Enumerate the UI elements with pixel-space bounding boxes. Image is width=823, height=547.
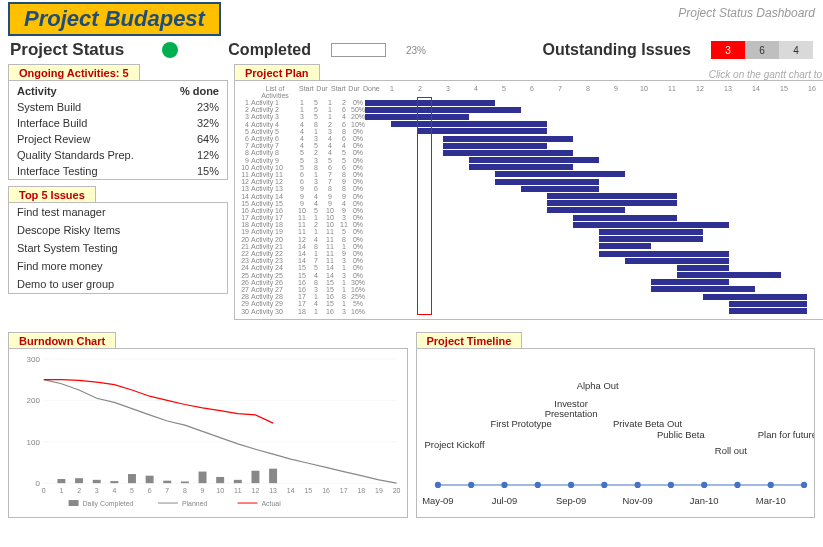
page-subtitle: Project Status Dashboard xyxy=(678,2,815,20)
gantt-row: 19Activity 19 111 115 0% xyxy=(239,228,823,235)
svg-text:300: 300 xyxy=(27,355,41,364)
svg-text:2: 2 xyxy=(77,487,81,494)
svg-point-59 xyxy=(767,482,773,488)
svg-text:Planned: Planned xyxy=(182,500,208,507)
gantt-row: 26Activity 26 168 151 30% xyxy=(239,279,823,286)
gantt-row: 29Activity 29 174 151 5% xyxy=(239,300,823,307)
svg-text:Roll out: Roll out xyxy=(714,445,746,456)
svg-text:0: 0 xyxy=(35,479,40,488)
gantt-row: 6Activity 6 43 46 0% xyxy=(239,135,823,142)
activity-row: Project Review64% xyxy=(9,131,227,147)
activity-row: Interface Testing15% xyxy=(9,163,227,179)
status-dot-icon xyxy=(162,42,178,58)
svg-point-50 xyxy=(468,482,474,488)
gantt-row: 14Activity 14 94 99 0% xyxy=(239,192,823,199)
gantt-hint: Click on the gantt chart to see it in de… xyxy=(709,69,823,80)
burndown-chart[interactable]: 0100200300012345678910111213141516171819… xyxy=(8,348,408,518)
svg-text:12: 12 xyxy=(252,487,260,494)
svg-text:11: 11 xyxy=(234,487,242,494)
completed-progressbar xyxy=(331,43,386,57)
completed-pct: 23% xyxy=(406,45,426,56)
svg-rect-34 xyxy=(146,476,154,483)
gantt-row: 18Activity 18 112 1011 0% xyxy=(239,221,823,228)
svg-point-53 xyxy=(567,482,573,488)
timeline-chart[interactable]: May-09Jul-09Sep-09Nov-09Jan-10Mar-10Proj… xyxy=(416,348,816,518)
gantt-row: 9Activity 9 53 55 0% xyxy=(239,157,823,164)
svg-text:4: 4 xyxy=(112,487,116,494)
gantt-row: 5Activity 5 41 38 0% xyxy=(239,128,823,135)
svg-text:Mar-10: Mar-10 xyxy=(755,495,785,506)
gantt-row: 27Activity 27 163 151 16% xyxy=(239,286,823,293)
svg-point-52 xyxy=(534,482,540,488)
gantt-row: 25Activity 25 154 143 0% xyxy=(239,272,823,279)
svg-rect-37 xyxy=(199,472,207,484)
gantt-row: 20Activity 20 124 118 0% xyxy=(239,236,823,243)
issue-chip[interactable]: 3 xyxy=(711,41,745,59)
ongoing-activities-panel: Activity % done System Build23%Interface… xyxy=(8,80,228,180)
outstanding-issues-label: Outstanding Issues xyxy=(543,41,691,59)
svg-text:Project Kickoff: Project Kickoff xyxy=(424,439,484,450)
gantt-row: 3Activity 3 35 14 20% xyxy=(239,113,823,120)
completed-label: Completed xyxy=(228,41,311,59)
top-issues-tab[interactable]: Top 5 Issues xyxy=(8,186,96,203)
project-plan-tab[interactable]: Project Plan xyxy=(234,64,320,81)
svg-text:Private Beta Out: Private Beta Out xyxy=(613,418,682,429)
issue-row: Find more money xyxy=(9,257,227,275)
col-pct: % done xyxy=(180,85,219,97)
col-activity: Activity xyxy=(17,85,57,97)
top-issues-panel: Find test managerDescope Risky ItemsStar… xyxy=(8,202,228,294)
gantt-row: 7Activity 7 45 44 0% xyxy=(239,142,823,149)
svg-text:0: 0 xyxy=(42,487,46,494)
svg-text:Nov-09: Nov-09 xyxy=(622,495,652,506)
issue-chip[interactable]: 4 xyxy=(779,41,813,59)
gantt-row: 16Activity 16 105 109 0% xyxy=(239,207,823,214)
gantt-row: 24Activity 24 155 141 0% xyxy=(239,264,823,271)
gantt-row: 2Activity 2 15 16 50% xyxy=(239,106,823,113)
svg-rect-33 xyxy=(128,474,136,483)
timeline-tab[interactable]: Project Timeline xyxy=(416,332,523,349)
svg-rect-35 xyxy=(163,481,171,483)
issue-row: Demo to user group xyxy=(9,275,227,293)
svg-text:18: 18 xyxy=(357,487,365,494)
svg-rect-41 xyxy=(269,469,277,483)
svg-text:10: 10 xyxy=(216,487,224,494)
gantt-row: 12Activity 12 63 79 0% xyxy=(239,178,823,185)
burndown-tab[interactable]: Burndown Chart xyxy=(8,332,116,349)
issue-row: Find test manager xyxy=(9,203,227,221)
activity-row: System Build23% xyxy=(9,99,227,115)
issue-row: Descope Risky Items xyxy=(9,221,227,239)
project-title: Project Budapest xyxy=(8,2,221,36)
svg-text:9: 9 xyxy=(201,487,205,494)
svg-text:5: 5 xyxy=(130,487,134,494)
gantt-row: 4Activity 4 48 26 10% xyxy=(239,121,823,128)
gantt-row: 22Activity 22 141 119 0% xyxy=(239,250,823,257)
svg-rect-40 xyxy=(251,471,259,483)
svg-text:Jan-10: Jan-10 xyxy=(689,495,718,506)
svg-rect-30 xyxy=(75,478,83,483)
gantt-row: 10Activity 10 58 66 0% xyxy=(239,164,823,171)
svg-text:Actual: Actual xyxy=(261,500,281,507)
svg-text:Plan for future: Plan for future xyxy=(757,429,814,440)
svg-text:8: 8 xyxy=(183,487,187,494)
svg-text:3: 3 xyxy=(95,487,99,494)
gantt-row: 21Activity 21 148 111 0% xyxy=(239,243,823,250)
svg-text:1: 1 xyxy=(59,487,63,494)
gantt-row: 30Activity 30 181 163 16% xyxy=(239,307,823,314)
svg-point-55 xyxy=(634,482,640,488)
project-status-label: Project Status xyxy=(10,40,124,60)
gantt-row: 1Activity 1 15 12 0% xyxy=(239,99,823,106)
svg-text:15: 15 xyxy=(305,487,313,494)
ongoing-activities-tab[interactable]: Ongoing Activities: 5 xyxy=(8,64,140,81)
svg-point-58 xyxy=(734,482,740,488)
gantt-row: 13Activity 13 96 88 0% xyxy=(239,185,823,192)
gantt-chart[interactable]: List of ActivitiesStartDurStartDurDone12… xyxy=(234,80,823,320)
svg-text:17: 17 xyxy=(340,487,348,494)
svg-text:16: 16 xyxy=(322,487,330,494)
svg-text:14: 14 xyxy=(287,487,295,494)
svg-text:Sep-09: Sep-09 xyxy=(555,495,585,506)
svg-point-51 xyxy=(501,482,507,488)
svg-rect-38 xyxy=(216,477,224,483)
svg-rect-31 xyxy=(93,480,101,483)
activity-row: Interface Build32% xyxy=(9,115,227,131)
issue-chip[interactable]: 6 xyxy=(745,41,779,59)
